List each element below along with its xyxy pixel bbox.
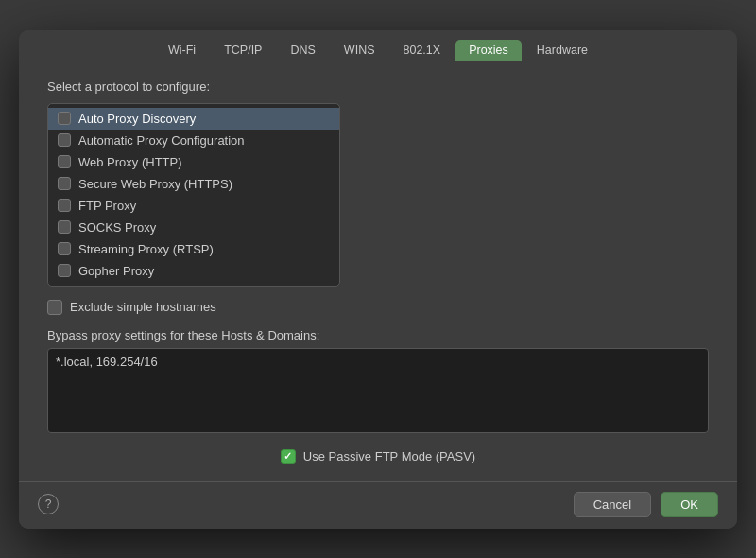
exclude-label: Exclude simple hostnames: [70, 300, 216, 314]
section-label: Select a protocol to configure:: [47, 79, 709, 94]
protocol-item-3[interactable]: Secure Web Proxy (HTTPS): [48, 173, 339, 195]
protocol-label-4: FTP Proxy: [78, 199, 136, 213]
help-button[interactable]: ?: [38, 494, 59, 514]
protocol-item-1[interactable]: Automatic Proxy Configuration: [48, 130, 339, 151]
bottom-buttons: Cancel OK: [574, 492, 718, 517]
protocol-item-2[interactable]: Web Proxy (HTTP): [48, 151, 339, 173]
cancel-button[interactable]: Cancel: [574, 492, 651, 517]
ok-button[interactable]: OK: [661, 492, 718, 517]
protocol-item-5[interactable]: SOCKS Proxy: [48, 217, 339, 238]
protocol-label-6: Streaming Proxy (RTSP): [78, 242, 214, 256]
checkbox-auto-proxy[interactable]: [58, 112, 71, 125]
protocol-item-7[interactable]: Gopher Proxy: [48, 260, 339, 282]
checkbox-ftp[interactable]: [58, 199, 71, 212]
protocol-item-6[interactable]: Streaming Proxy (RTSP): [48, 238, 339, 260]
exclude-row: Exclude simple hostnames: [47, 300, 709, 315]
dialog: Wi-Fi TCP/IP DNS WINS 802.1X Proxies Har…: [19, 30, 737, 529]
bypass-label: Bypass proxy settings for these Hosts & …: [47, 328, 709, 342]
protocol-item-0[interactable]: Auto Proxy Discovery: [48, 108, 339, 130]
exclude-hostnames-checkbox[interactable]: [47, 300, 62, 315]
ftp-row: ✓ Use Passive FTP Mode (PASV): [47, 449, 709, 464]
tab-8021x[interactable]: 802.1X: [390, 40, 455, 61]
tab-wins[interactable]: WINS: [331, 40, 388, 61]
protocol-label-0: Auto Proxy Discovery: [78, 112, 196, 126]
protocol-label-1: Automatic Proxy Configuration: [78, 133, 245, 148]
protocol-list: Auto Proxy Discovery Automatic Proxy Con…: [47, 103, 340, 287]
checkbox-https[interactable]: [58, 177, 71, 190]
protocol-item-4[interactable]: FTP Proxy: [48, 195, 339, 217]
bottom-bar: ? Cancel OK: [19, 481, 737, 529]
protocol-label-2: Web Proxy (HTTP): [78, 155, 182, 169]
tab-proxies[interactable]: Proxies: [455, 40, 522, 61]
protocol-label-3: Secure Web Proxy (HTTPS): [78, 177, 232, 191]
bypass-textarea[interactable]: [47, 348, 709, 433]
ftp-passive-checkbox[interactable]: ✓: [281, 449, 296, 464]
tab-bar: Wi-Fi TCP/IP DNS WINS 802.1X Proxies Har…: [19, 30, 737, 61]
protocol-label-5: SOCKS Proxy: [78, 220, 156, 235]
protocol-label-7: Gopher Proxy: [78, 264, 154, 278]
checkbox-rtsp[interactable]: [58, 242, 71, 255]
ftp-label: Use Passive FTP Mode (PASV): [303, 449, 475, 463]
tab-tcpip[interactable]: TCP/IP: [211, 40, 275, 61]
tab-wifi[interactable]: Wi-Fi: [155, 40, 209, 61]
content-area: Select a protocol to configure: Auto Pro…: [19, 61, 737, 481]
checkbox-auto-config[interactable]: [58, 133, 71, 147]
checkbox-socks[interactable]: [58, 220, 71, 234]
checkbox-http[interactable]: [58, 155, 71, 168]
tab-hardware[interactable]: Hardware: [524, 40, 601, 61]
checkbox-gopher[interactable]: [58, 264, 71, 277]
tab-dns[interactable]: DNS: [277, 40, 328, 61]
